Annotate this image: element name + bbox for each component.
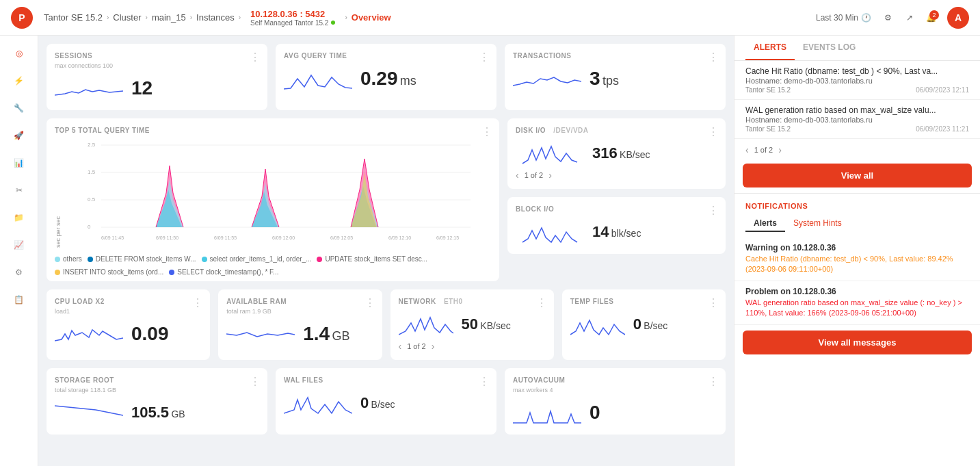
sessions-subtitle: max connections 100 — [55, 62, 259, 69]
sessions-menu[interactable]: ⋮ — [250, 51, 261, 64]
legend-select-order: select order_items_1_id, order_... — [202, 255, 312, 263]
svg-text:6/09 11:45: 6/09 11:45 — [101, 235, 124, 240]
block-io-value: 14 blk/sec — [592, 223, 641, 241]
network-next[interactable]: › — [432, 341, 435, 352]
breadcrumb-overview[interactable]: Overview — [352, 12, 391, 23]
network-chart — [399, 311, 453, 338]
avg-query-title: AVG QUERY TIME — [284, 52, 488, 60]
svg-text:0: 0 — [88, 224, 91, 230]
alert-1-subtitle: Hostname: demo-db-003.tantorlabs.ru — [745, 77, 969, 85]
svg-text:6/09 12:15: 6/09 12:15 — [436, 235, 459, 240]
network-card: NETWORK ETH0 50 KB/sec ‹ 1 of 2 › ⋮ — [390, 289, 554, 360]
avg-query-value: 0.29 ms — [360, 68, 416, 90]
sidebar-item-charts[interactable]: 📊 — [7, 151, 31, 175]
tab-alerts[interactable]: ALERTS — [745, 36, 795, 60]
tab-events-log[interactable]: EVENTS LOG — [795, 36, 864, 60]
notif-item-2: Problem on 10.128.0.36 WAL generation ra… — [734, 281, 980, 325]
alerts-pagination: ‹ 1 of 2 › — [745, 144, 782, 155]
alert-2-title: WAL generation ratio based on max_wal_si… — [745, 105, 969, 115]
wal-files-content: 0 B/sec — [284, 389, 488, 417]
avg-query-card: AVG QUERY TIME 0.29 ms ⋮ — [276, 44, 496, 110]
app-logo[interactable]: P — [11, 7, 33, 29]
transactions-value: 3 tps — [590, 68, 619, 90]
instance-ip[interactable]: 10.128.0.36 : 5432 — [250, 9, 335, 19]
alerts-next[interactable]: › — [778, 144, 782, 155]
network-value: 50 KB/sec — [462, 315, 511, 333]
sessions-chart — [55, 75, 123, 102]
storage-menu[interactable]: ⋮ — [250, 375, 261, 388]
settings-icon[interactable]: ⚙ — [882, 12, 893, 23]
avg-query-menu[interactable]: ⋮ — [479, 51, 490, 64]
notifications-bell[interactable]: 🔔 2 — [926, 13, 936, 23]
storage-chart — [55, 399, 123, 426]
block-io-menu[interactable]: ⋮ — [708, 204, 719, 217]
sidebar-item-folder[interactable]: 📁 — [7, 205, 31, 230]
sidebar-item-dashboard[interactable]: ◎ — [7, 41, 31, 66]
instance-info: 10.128.0.36 : 5432 Self Managed Tantor 1… — [250, 9, 335, 27]
temp-files-value: 0 B/sec — [633, 315, 668, 333]
breadcrumb-main15[interactable]: main_15 — [152, 12, 186, 23]
sidebar-item-monitoring[interactable]: ⚡ — [7, 68, 31, 93]
timerange-selector[interactable]: Last 30 Min 🕐 — [816, 13, 871, 23]
notif-2-title: Problem on 10.128.0.36 — [745, 287, 969, 296]
storage-content: 105.5 GB — [55, 399, 259, 426]
network-menu[interactable]: ⋮ — [536, 296, 547, 309]
autovacuum-menu[interactable]: ⋮ — [708, 375, 719, 388]
transactions-title: TRANSACTIONS — [513, 52, 717, 60]
notifications-section: NOTIFICATIONS Alerts System Hints Warnin… — [734, 194, 980, 466]
disk-io-card: DISK I/O /DEV/VDA ⋮ 316 KB/sec — [507, 118, 726, 189]
wal-files-menu[interactable]: ⋮ — [479, 375, 490, 388]
notif-1-title: Warning on 10.128.0.36 — [745, 243, 969, 253]
network-content: 50 KB/sec — [399, 311, 546, 338]
instance-status-dot — [331, 21, 335, 25]
share-icon[interactable]: ↗ — [904, 12, 915, 23]
breadcrumb-cluster[interactable]: Cluster — [113, 12, 141, 23]
sidebar-item-settings[interactable]: ⚙ — [7, 260, 31, 285]
disk-io-menu[interactable]: ⋮ — [708, 125, 719, 138]
avatar[interactable]: A — [947, 7, 969, 29]
breadcrumb-sep-5: › — [345, 14, 347, 21]
notif-tab-hints[interactable]: System Hints — [785, 216, 850, 232]
breadcrumb-sep-1: › — [107, 14, 109, 21]
svg-text:6/09 12:00: 6/09 12:00 — [272, 235, 295, 240]
svg-text:6/09 11:50: 6/09 11:50 — [156, 235, 178, 240]
cpu-load-menu[interactable]: ⋮ — [192, 296, 203, 309]
breadcrumb-sep-4: › — [239, 14, 241, 21]
wal-files-value: 0 B/sec — [360, 394, 395, 412]
view-all-button[interactable]: View all — [743, 164, 972, 187]
alert-item-2: WAL generation ratio based on max_wal_si… — [734, 100, 980, 139]
sidebar-item-tools[interactable]: 🔧 — [7, 96, 31, 120]
sidebar-item-list[interactable]: 📋 — [7, 287, 31, 312]
notif-item-1: Warning on 10.128.0.36 Cache Hit Ratio (… — [734, 237, 980, 281]
sidebar-item-scissors[interactable]: ✂ — [7, 178, 31, 203]
available-ram-menu[interactable]: ⋮ — [365, 296, 375, 309]
disk-io-next[interactable]: › — [548, 170, 552, 181]
transactions-menu[interactable]: ⋮ — [708, 51, 719, 64]
breadcrumb-tantor[interactable]: Tantor SE 15.2 — [44, 12, 103, 23]
top5-menu[interactable]: ⋮ — [481, 125, 492, 138]
temp-files-title: TEMP FILES — [570, 298, 717, 305]
notif-tab-alerts[interactable]: Alerts — [745, 216, 785, 232]
storage-card: STORAGE ROOT total storage 118.1 GB 105.… — [47, 368, 267, 435]
sidebar-item-bar-chart[interactable]: 📈 — [7, 233, 31, 257]
avg-query-content: 0.29 ms — [284, 65, 488, 92]
top-navigation: P Tantor SE 15.2 › Cluster › main_15 › I… — [0, 0, 980, 36]
alert-2-time: 06/09/2023 11:21 — [916, 125, 969, 133]
legend-delete: DELETE FROM stock_items W... — [88, 255, 196, 263]
transactions-content: 3 tps — [513, 65, 717, 92]
temp-files-chart — [570, 311, 625, 338]
disk-io-prev[interactable]: ‹ — [516, 170, 519, 181]
sidebar-item-rocket[interactable]: 🚀 — [7, 123, 31, 148]
alerts-prev[interactable]: ‹ — [745, 144, 749, 155]
notifications-header: NOTIFICATIONS — [734, 194, 980, 216]
network-prev[interactable]: ‹ — [399, 341, 402, 352]
temp-files-menu[interactable]: ⋮ — [708, 296, 719, 309]
top5-chart: 2.5 1.5 0.5 0 — [67, 138, 491, 248]
view-all-messages-button[interactable]: View all messages — [743, 331, 972, 354]
breadcrumb-instances[interactable]: Instances — [196, 12, 235, 23]
temp-files-content: 0 B/sec — [570, 311, 717, 338]
alert-2-source: Tantor SE 15.2 — [745, 125, 791, 133]
autovacuum-chart — [513, 399, 581, 426]
breadcrumb: Tantor SE 15.2 › Cluster › main_15 › Ins… — [44, 9, 391, 27]
svg-text:0.5: 0.5 — [88, 196, 96, 203]
